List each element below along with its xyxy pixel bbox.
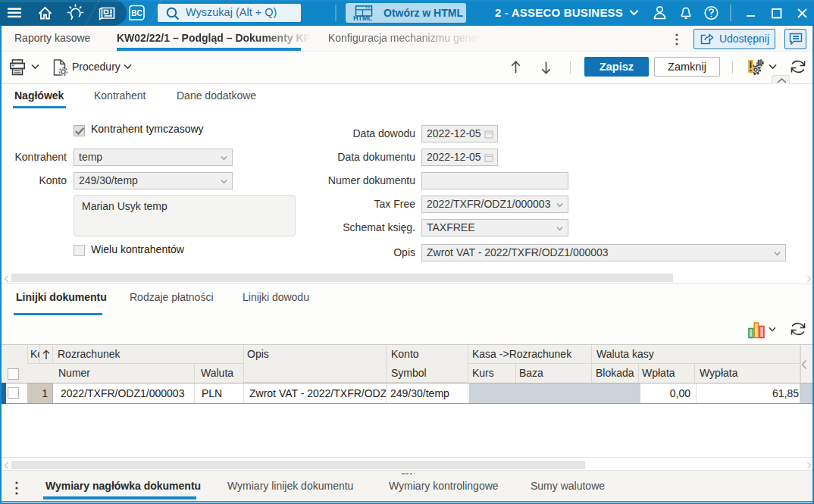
svg-text:HTML: HTML	[353, 14, 372, 21]
